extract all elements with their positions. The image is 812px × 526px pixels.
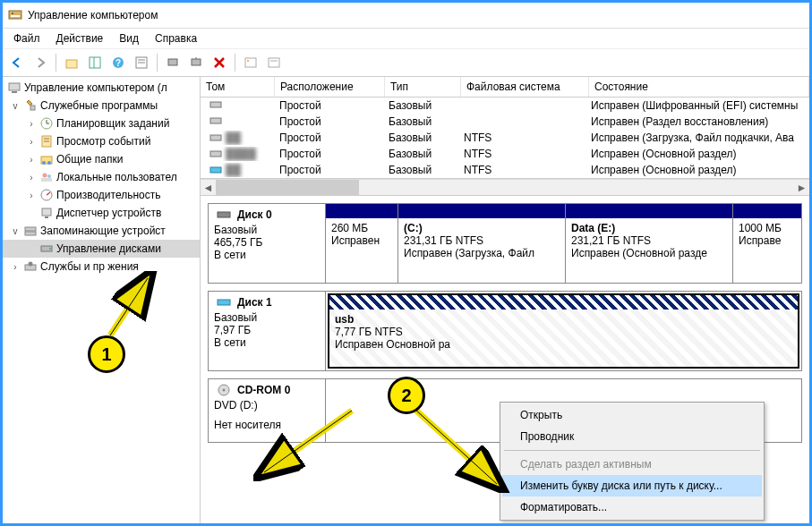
menu-view[interactable]: Вид <box>112 30 146 47</box>
disk-row-0[interactable]: Диск 0 Базовый 465,75 ГБ В сети 260 МБИс… <box>208 203 802 284</box>
annotation-arrow <box>101 271 164 343</box>
svg-point-2 <box>12 13 13 14</box>
forward-button[interactable] <box>30 52 51 73</box>
svg-rect-43 <box>210 151 221 157</box>
volume-row[interactable]: ██ Простой Базовый NTFS Исправен (Загруз… <box>201 130 809 146</box>
tree-root[interactable]: Управление компьютером (л <box>3 79 200 97</box>
partition[interactable]: 260 МБИсправен <box>326 204 397 283</box>
toolbar-separator <box>157 54 158 72</box>
partition-selected[interactable]: usb 7,77 ГБ NTFS Исправен Основной ра <box>328 293 799 369</box>
tree-label: Планировщик заданий <box>56 117 169 130</box>
scroll-left-icon[interactable]: ◄ <box>201 180 216 195</box>
disk-status: В сети <box>214 336 320 349</box>
tree-label: Локальные пользовател <box>56 171 177 183</box>
volume-row[interactable]: Простой Базовый Исправен (Раздел восстан… <box>201 114 809 130</box>
detail-button[interactable] <box>263 52 285 73</box>
expand-icon[interactable]: › <box>26 191 37 200</box>
refresh-button[interactable] <box>162 52 184 73</box>
ctx-format[interactable]: Форматировать... <box>502 496 762 518</box>
tree-event-viewer[interactable]: › Просмотр событий <box>3 132 200 150</box>
collapse-icon[interactable]: v <box>10 101 21 111</box>
partition[interactable]: 1000 МБИсправе <box>732 204 801 283</box>
back-button[interactable] <box>6 52 28 73</box>
volume-icon <box>209 114 223 128</box>
volume-row[interactable]: ████ Простой Базовый NTFS Исправен (Осно… <box>201 146 809 162</box>
tree-performance[interactable]: › Производительность <box>3 186 200 204</box>
collapse-icon[interactable]: v <box>10 226 21 236</box>
partition-size: 231,21 ГБ NTFS <box>571 234 727 247</box>
volume-row[interactable]: ██ Простой Базовый NTFS Исправен (Основн… <box>201 162 809 178</box>
disk-icon <box>39 242 54 256</box>
computer-icon <box>7 81 21 95</box>
partition-state: Исправен <box>331 234 392 247</box>
col-type[interactable]: Тип <box>385 77 461 97</box>
tree-device-manager[interactable]: Диспетчер устройств <box>3 204 200 222</box>
cell-state: Исправен (Основной раздел) <box>585 164 809 176</box>
tree-label: Запоминающие устройст <box>40 225 166 237</box>
horizontal-scrollbar[interactable]: ◄ ► <box>201 179 809 196</box>
ctx-open[interactable]: Открыть <box>502 404 762 426</box>
show-hide-tree-button[interactable] <box>84 52 106 73</box>
col-layout[interactable]: Расположение <box>275 77 385 97</box>
tree-task-scheduler[interactable]: › Планировщик заданий <box>3 115 200 132</box>
svg-line-54 <box>415 409 497 484</box>
delete-button[interactable] <box>209 52 230 73</box>
ctx-make-active[interactable]: Сделать раздел активным <box>502 454 762 475</box>
partition-state: Исправен (Основной разде <box>571 247 727 259</box>
svg-rect-30 <box>41 178 52 182</box>
expand-icon[interactable]: › <box>10 262 21 272</box>
properties-button[interactable] <box>131 52 152 73</box>
toolbar-separator <box>235 54 235 72</box>
volume-list[interactable]: Простой Базовый Исправен (Шифрованный (E… <box>201 98 809 179</box>
ctx-explorer[interactable]: Проводник <box>502 426 762 447</box>
partition[interactable]: (C:)231,31 ГБ NTFSИсправен (Загрузка, Фа… <box>397 204 565 283</box>
volume-row[interactable]: Простой Базовый Исправен (Шифрованный (E… <box>201 98 809 114</box>
up-button[interactable] <box>61 52 82 73</box>
tree-disk-management[interactable]: Управление дисками <box>3 240 200 258</box>
expand-icon[interactable]: › <box>26 137 37 147</box>
menu-action[interactable]: Действие <box>49 30 111 47</box>
tree-local-users[interactable]: › Локальные пользовател <box>3 168 200 186</box>
menu-file[interactable]: Файл <box>6 30 47 47</box>
svg-rect-32 <box>42 208 51 216</box>
help-button[interactable]: ? <box>107 52 129 73</box>
disk-status: В сети <box>214 249 320 261</box>
partitions: usb 7,77 ГБ NTFS Исправен Основной ра <box>326 292 801 370</box>
cell-type: Базовый <box>383 148 458 160</box>
disk-size: 465,75 ГБ <box>214 236 320 249</box>
cell-state: Исправен (Раздел восстановления) <box>585 115 809 128</box>
svg-rect-46 <box>218 300 230 305</box>
expand-icon[interactable]: › <box>26 173 37 182</box>
disk-row-1[interactable]: Диск 1 Базовый 7,97 ГБ В сети usb 7,77 Г… <box>208 291 802 371</box>
list-button[interactable] <box>240 52 261 73</box>
volume-icon <box>209 163 223 177</box>
expand-icon[interactable]: › <box>26 119 37 129</box>
usb-disk-icon <box>217 295 231 310</box>
scroll-thumb[interactable] <box>216 180 359 195</box>
svg-rect-44 <box>210 167 221 173</box>
partition[interactable]: Data (E:)231,21 ГБ NTFSИсправен (Основно… <box>565 204 732 283</box>
partition-name: usb <box>335 313 792 326</box>
tree-storage[interactable]: v Запоминающие устройст <box>3 222 200 240</box>
tree-label: Общие папки <box>56 153 123 165</box>
svg-rect-18 <box>9 83 20 90</box>
volume-icon <box>209 98 223 112</box>
col-fs[interactable]: Файловая система <box>461 77 589 97</box>
ctx-change-drive-letter[interactable]: Изменить букву диска или путь к диску... <box>502 475 762 496</box>
perf-icon <box>39 188 54 202</box>
tree-label: Служебные программы <box>40 99 158 112</box>
svg-text:?: ? <box>115 58 121 68</box>
svg-point-27 <box>47 161 51 165</box>
cell-type: Базовый <box>383 115 458 128</box>
scroll-right-icon[interactable]: ► <box>794 180 809 195</box>
menu-help[interactable]: Справка <box>148 30 204 47</box>
expand-icon[interactable]: › <box>26 155 37 165</box>
col-state[interactable]: Состояние <box>589 77 809 97</box>
hdd-icon <box>217 208 231 222</box>
cdrom-icon <box>217 383 231 397</box>
disk-type: Базовый <box>214 224 320 236</box>
tree-system-tools[interactable]: v Служебные программы <box>3 97 200 115</box>
tree-shared-folders[interactable]: › Общие папки <box>3 150 200 168</box>
col-volume[interactable]: Том <box>201 77 275 97</box>
settings-button[interactable] <box>185 52 207 73</box>
